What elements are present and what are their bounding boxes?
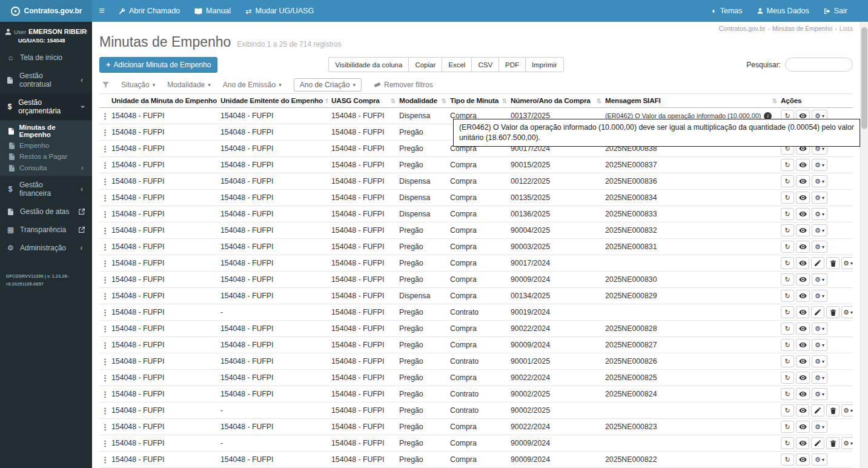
row-refresh-button[interactable]: ↻ — [781, 404, 794, 416]
row-view-button[interactable] — [796, 388, 810, 400]
column-header-tipo-de-minuta[interactable]: Tipo de Minuta⇅ — [450, 94, 511, 108]
row-view-button[interactable] — [796, 453, 810, 466]
filter-ano-de-emissao[interactable]: Ano de Emissão▾ — [223, 81, 282, 89]
breadcrumb-item-contratos-gov-br[interactable]: Contratos.gov.br — [719, 25, 766, 32]
nav-temas[interactable]: ◐Temas — [704, 0, 749, 22]
row-view-button[interactable] — [796, 208, 810, 220]
drag-handle-icon[interactable]: ⋮ — [101, 193, 109, 202]
sort-icon[interactable]: ⇅ — [772, 98, 777, 104]
column-header-mensagem-siafi[interactable]: Mensagem SIAFI⇅ — [605, 94, 781, 108]
add-minuta-button[interactable]: + Adicionar Minuta de Empenho — [99, 57, 217, 73]
row-view-button[interactable] — [796, 273, 810, 286]
nav-mudar-ug-uasg[interactable]: ⇄Mudar UG/UASG — [238, 0, 321, 22]
row-refresh-button[interactable]: ↻ — [781, 421, 794, 433]
row-refresh-button[interactable]: ↻ — [781, 159, 794, 171]
breadcrumb-item-minutas-de-empenho[interactable]: Minutas de Empenho — [772, 25, 832, 32]
sort-icon[interactable]: ⇅ — [597, 98, 601, 104]
row-more-actions-button[interactable]: ⚙▾ — [812, 290, 827, 302]
drag-handle-icon[interactable]: ⋮ — [101, 275, 109, 284]
row-more-actions-button[interactable]: ⚙▾ — [812, 339, 827, 351]
row-more-actions-button[interactable]: ⚙▾ — [841, 257, 853, 269]
sidebar-item-restos-a-pagar[interactable]: Restos a Pagar — [0, 151, 92, 162]
drag-handle-icon[interactable]: ⋮ — [101, 242, 109, 252]
drag-handle-icon[interactable]: ⋮ — [101, 439, 109, 448]
row-view-button[interactable] — [796, 290, 810, 302]
sort-icon[interactable]: ⇅ — [325, 98, 328, 104]
row-view-button[interactable] — [796, 404, 809, 416]
row-more-actions-button[interactable]: ⚙▾ — [812, 372, 827, 384]
row-edit-button[interactable] — [811, 306, 824, 318]
drag-handle-icon[interactable]: ⋮ — [101, 373, 109, 383]
row-more-actions-button[interactable]: ⚙▾ — [812, 159, 827, 171]
sidebar-item-gestao-contratual[interactable]: Gestão contratual‹ — [0, 67, 92, 93]
sidebar-item-minutas-de-empenho[interactable]: Minutas de Empenho — [0, 122, 92, 140]
drag-handle-icon[interactable]: ⋮ — [101, 210, 109, 219]
drag-handle-icon[interactable]: ⋮ — [101, 406, 109, 415]
row-edit-button[interactable] — [811, 257, 824, 269]
row-more-actions-button[interactable]: ⚙▾ — [812, 241, 827, 253]
drag-handle-icon[interactable]: ⋮ — [101, 226, 109, 235]
drag-handle-icon[interactable]: ⋮ — [101, 144, 109, 153]
export-csv-button[interactable]: CSV — [471, 57, 499, 72]
export-imprimir-button[interactable]: Imprimir — [525, 57, 564, 72]
nav-meus-dados[interactable]: Meus Dados — [750, 0, 817, 22]
row-view-button[interactable] — [796, 437, 809, 449]
scrollbar-thumb[interactable] — [861, 27, 867, 129]
sidebar-item-gestao-orcamentaria[interactable]: $Gestão orçamentária‹ — [0, 93, 92, 120]
row-delete-button[interactable] — [826, 306, 840, 318]
row-view-button[interactable] — [796, 241, 810, 253]
sidebar-item-gestao-de-atas[interactable]: Gestão de atas — [0, 202, 92, 221]
row-edit-button[interactable] — [811, 437, 824, 449]
sort-icon[interactable]: ⇅ — [502, 98, 507, 104]
column-header-unidade-emitente-do-empenho[interactable]: Unidade Emitente do Empenho⇅ — [220, 94, 331, 108]
export-copiar-button[interactable]: Copiar — [408, 57, 442, 72]
row-view-button[interactable] — [796, 323, 810, 335]
nav-sair[interactable]: Sair — [817, 0, 855, 22]
drag-handle-icon[interactable]: ⋮ — [101, 324, 109, 333]
row-refresh-button[interactable]: ↻ — [781, 224, 794, 236]
column-header-modalidade[interactable]: Modalidade⇅ — [399, 94, 450, 108]
row-more-actions-button[interactable]: ⚙▾ — [812, 273, 827, 286]
row-more-actions-button[interactable]: ⚙▾ — [812, 355, 827, 367]
row-more-actions-button[interactable]: ⚙▾ — [841, 306, 853, 318]
row-more-actions-button[interactable]: ⚙▾ — [812, 175, 827, 187]
row-refresh-button[interactable]: ↻ — [781, 323, 794, 335]
row-refresh-button[interactable]: ↻ — [781, 372, 794, 384]
column-header-uasg-compra[interactable]: UASG Compra⇅ — [331, 94, 399, 108]
row-refresh-button[interactable]: ↻ — [781, 388, 794, 400]
row-view-button[interactable] — [796, 421, 810, 433]
drag-handle-icon[interactable]: ⋮ — [101, 259, 109, 268]
row-refresh-button[interactable]: ↻ — [781, 273, 794, 286]
sort-icon[interactable]: ⇅ — [391, 98, 396, 104]
row-refresh-button[interactable]: ↻ — [781, 355, 794, 367]
sidebar-item-transparencia[interactable]: ▦Transparência — [0, 221, 92, 239]
column-header-numero-ano-da-compra[interactable]: Número/Ano da Compra⇅ — [511, 94, 605, 108]
row-more-actions-button[interactable]: ⚙▾ — [812, 388, 827, 400]
row-view-button[interactable] — [796, 372, 810, 384]
search-input[interactable] — [785, 58, 853, 72]
row-refresh-button[interactable]: ↻ — [781, 453, 794, 466]
row-view-button[interactable] — [796, 339, 810, 351]
filter-modalidade[interactable]: Modalidade▾ — [167, 81, 211, 89]
drag-handle-icon[interactable]: ⋮ — [101, 455, 109, 464]
row-refresh-button[interactable]: ↻ — [781, 290, 794, 302]
export-pdf-button[interactable]: PDF — [499, 57, 526, 72]
export-excel-button[interactable]: Excel — [442, 57, 472, 72]
row-view-button[interactable] — [796, 257, 809, 269]
row-refresh-button[interactable]: ↻ — [781, 257, 794, 269]
drag-handle-icon[interactable]: ⋮ — [101, 341, 109, 350]
row-delete-button[interactable] — [826, 437, 840, 449]
sidebar-item-tela-de-inicio[interactable]: ⌂Tela de início — [0, 48, 92, 67]
remove-filters-button[interactable]: Remover filtros — [374, 81, 433, 89]
sidebar-item-consulta[interactable]: Consulta‹ — [0, 162, 92, 174]
drag-handle-icon[interactable]: ⋮ — [101, 423, 109, 432]
row-view-button[interactable] — [796, 224, 810, 236]
row-view-button[interactable] — [796, 192, 810, 204]
drag-handle-icon[interactable]: ⋮ — [101, 177, 109, 186]
row-view-button[interactable] — [796, 355, 810, 367]
column-header-unidade-da-minuta-do-empenho[interactable]: Unidade da Minuta do Empenho⇅ — [111, 94, 220, 108]
nav-abrir-chamado[interactable]: Abrir Chamado — [111, 0, 187, 22]
nav-manual[interactable]: Manual — [187, 0, 238, 22]
drag-handle-icon[interactable]: ⋮ — [101, 390, 109, 399]
row-refresh-button[interactable]: ↻ — [781, 306, 794, 318]
